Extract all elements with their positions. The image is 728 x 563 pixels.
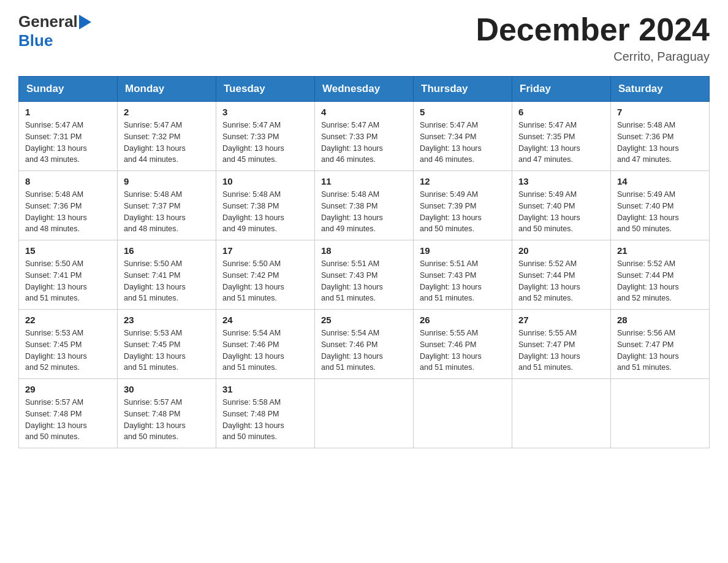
day-number: 26 [420, 315, 506, 325]
calendar-title: December 2024 [476, 12, 710, 47]
logo-blue-text: Blue [18, 31, 53, 50]
day-number: 3 [222, 107, 308, 117]
day-number: 21 [617, 245, 703, 256]
day-number: 22 [25, 315, 111, 325]
table-row: 23Sunrise: 5:53 AMSunset: 7:45 PMDayligh… [118, 310, 216, 379]
day-info: Sunrise: 5:47 AMSunset: 7:33 PMDaylight:… [222, 120, 308, 166]
logo-arrow-icon [79, 15, 91, 32]
calendar-week-row: 29Sunrise: 5:57 AMSunset: 7:48 PMDayligh… [19, 379, 710, 448]
day-number: 2 [124, 107, 210, 117]
day-info: Sunrise: 5:47 AMSunset: 7:32 PMDaylight:… [124, 120, 210, 166]
day-number: 9 [124, 176, 210, 186]
day-number: 7 [617, 107, 703, 117]
logo: General Blue [18, 12, 91, 50]
calendar-week-row: 1Sunrise: 5:47 AMSunset: 7:31 PMDaylight… [19, 102, 710, 171]
day-info: Sunrise: 5:49 AMSunset: 7:40 PMDaylight:… [617, 189, 703, 235]
day-number: 12 [420, 176, 506, 186]
table-row: 16Sunrise: 5:50 AMSunset: 7:41 PMDayligh… [118, 240, 216, 310]
table-row [315, 379, 414, 448]
col-wednesday: Wednesday [315, 77, 414, 102]
day-info: Sunrise: 5:48 AMSunset: 7:36 PMDaylight:… [617, 120, 703, 166]
table-row [414, 379, 512, 448]
day-number: 27 [518, 315, 604, 325]
calendar-body: 1Sunrise: 5:47 AMSunset: 7:31 PMDaylight… [19, 102, 710, 448]
logo-general-text: General [18, 12, 78, 31]
table-row: 21Sunrise: 5:52 AMSunset: 7:44 PMDayligh… [611, 240, 710, 310]
table-row: 28Sunrise: 5:56 AMSunset: 7:47 PMDayligh… [611, 310, 710, 379]
calendar-subtitle: Cerrito, Paraguay [476, 50, 710, 64]
calendar-week-row: 8Sunrise: 5:48 AMSunset: 7:36 PMDaylight… [19, 171, 710, 240]
day-number: 14 [617, 176, 703, 186]
day-number: 17 [222, 245, 308, 256]
day-info: Sunrise: 5:48 AMSunset: 7:38 PMDaylight:… [222, 189, 308, 235]
col-thursday: Thursday [414, 77, 512, 102]
day-info: Sunrise: 5:48 AMSunset: 7:37 PMDaylight:… [124, 189, 210, 235]
calendar-header: Sunday Monday Tuesday Wednesday Thursday… [19, 77, 710, 102]
day-info: Sunrise: 5:49 AMSunset: 7:40 PMDaylight:… [518, 189, 604, 235]
day-info: Sunrise: 5:55 AMSunset: 7:47 PMDaylight:… [518, 327, 604, 373]
day-info: Sunrise: 5:53 AMSunset: 7:45 PMDaylight:… [25, 327, 111, 373]
day-number: 1 [25, 107, 111, 117]
day-info: Sunrise: 5:47 AMSunset: 7:31 PMDaylight:… [25, 120, 111, 166]
table-row: 13Sunrise: 5:49 AMSunset: 7:40 PMDayligh… [512, 171, 611, 240]
day-number: 10 [222, 176, 308, 186]
day-info: Sunrise: 5:52 AMSunset: 7:44 PMDaylight:… [518, 258, 604, 304]
day-info: Sunrise: 5:50 AMSunset: 7:41 PMDaylight:… [25, 258, 111, 304]
day-info: Sunrise: 5:57 AMSunset: 7:48 PMDaylight:… [25, 397, 111, 443]
table-row: 25Sunrise: 5:54 AMSunset: 7:46 PMDayligh… [315, 310, 414, 379]
table-row: 26Sunrise: 5:55 AMSunset: 7:46 PMDayligh… [414, 310, 512, 379]
table-row: 29Sunrise: 5:57 AMSunset: 7:48 PMDayligh… [19, 379, 118, 448]
table-row: 3Sunrise: 5:47 AMSunset: 7:33 PMDaylight… [216, 102, 315, 171]
day-number: 11 [321, 176, 407, 186]
day-info: Sunrise: 5:55 AMSunset: 7:46 PMDaylight:… [420, 327, 506, 373]
day-info: Sunrise: 5:50 AMSunset: 7:42 PMDaylight:… [222, 258, 308, 304]
table-row: 27Sunrise: 5:55 AMSunset: 7:47 PMDayligh… [512, 310, 611, 379]
day-number: 13 [518, 176, 604, 186]
col-friday: Friday [512, 77, 611, 102]
table-row: 8Sunrise: 5:48 AMSunset: 7:36 PMDaylight… [19, 171, 118, 240]
col-sunday: Sunday [19, 77, 118, 102]
table-row: 30Sunrise: 5:57 AMSunset: 7:48 PMDayligh… [118, 379, 216, 448]
table-row: 11Sunrise: 5:48 AMSunset: 7:38 PMDayligh… [315, 171, 414, 240]
table-row [611, 379, 710, 448]
day-number: 23 [124, 315, 210, 325]
calendar-week-row: 15Sunrise: 5:50 AMSunset: 7:41 PMDayligh… [19, 240, 710, 310]
table-row: 20Sunrise: 5:52 AMSunset: 7:44 PMDayligh… [512, 240, 611, 310]
day-number: 16 [124, 245, 210, 256]
table-row: 1Sunrise: 5:47 AMSunset: 7:31 PMDaylight… [19, 102, 118, 171]
table-row: 24Sunrise: 5:54 AMSunset: 7:46 PMDayligh… [216, 310, 315, 379]
table-row: 14Sunrise: 5:49 AMSunset: 7:40 PMDayligh… [611, 171, 710, 240]
svg-marker-0 [79, 15, 91, 29]
day-info: Sunrise: 5:54 AMSunset: 7:46 PMDaylight:… [222, 327, 308, 373]
table-row: 15Sunrise: 5:50 AMSunset: 7:41 PMDayligh… [19, 240, 118, 310]
day-number: 5 [420, 107, 506, 117]
day-info: Sunrise: 5:49 AMSunset: 7:39 PMDaylight:… [420, 189, 506, 235]
day-info: Sunrise: 5:51 AMSunset: 7:43 PMDaylight:… [420, 258, 506, 304]
day-number: 19 [420, 245, 506, 256]
day-number: 4 [321, 107, 407, 117]
day-number: 15 [25, 245, 111, 256]
table-row: 7Sunrise: 5:48 AMSunset: 7:36 PMDaylight… [611, 102, 710, 171]
page-header: General Blue December 2024 Cerrito, Para… [18, 12, 710, 64]
table-row: 9Sunrise: 5:48 AMSunset: 7:37 PMDaylight… [118, 171, 216, 240]
day-number: 24 [222, 315, 308, 325]
day-number: 29 [25, 384, 111, 394]
day-info: Sunrise: 5:56 AMSunset: 7:47 PMDaylight:… [617, 327, 703, 373]
table-row [512, 379, 611, 448]
day-info: Sunrise: 5:51 AMSunset: 7:43 PMDaylight:… [321, 258, 407, 304]
col-tuesday: Tuesday [216, 77, 315, 102]
day-number: 28 [617, 315, 703, 325]
day-info: Sunrise: 5:47 AMSunset: 7:35 PMDaylight:… [518, 120, 604, 166]
day-info: Sunrise: 5:50 AMSunset: 7:41 PMDaylight:… [124, 258, 210, 304]
table-row: 12Sunrise: 5:49 AMSunset: 7:39 PMDayligh… [414, 171, 512, 240]
table-row: 31Sunrise: 5:58 AMSunset: 7:48 PMDayligh… [216, 379, 315, 448]
day-number: 31 [222, 384, 308, 394]
day-info: Sunrise: 5:53 AMSunset: 7:45 PMDaylight:… [124, 327, 210, 373]
day-number: 20 [518, 245, 604, 256]
title-area: December 2024 Cerrito, Paraguay [476, 12, 710, 64]
calendar-week-row: 22Sunrise: 5:53 AMSunset: 7:45 PMDayligh… [19, 310, 710, 379]
day-info: Sunrise: 5:48 AMSunset: 7:36 PMDaylight:… [25, 189, 111, 235]
table-row: 22Sunrise: 5:53 AMSunset: 7:45 PMDayligh… [19, 310, 118, 379]
day-number: 8 [25, 176, 111, 186]
day-info: Sunrise: 5:57 AMSunset: 7:48 PMDaylight:… [124, 397, 210, 443]
